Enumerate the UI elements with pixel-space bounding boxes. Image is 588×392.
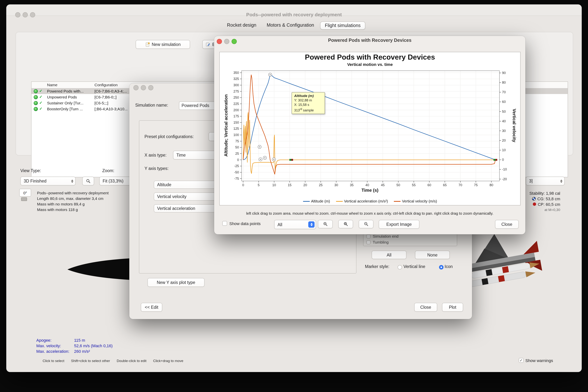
flight-config-dropdown[interactable]: 3] (526, 176, 565, 186)
rotation-spinner[interactable]: 0° (19, 189, 31, 196)
show-data-points-checkbox[interactable] (222, 221, 227, 226)
apogee-value: 115 m (74, 338, 85, 342)
statusbar-hint: Click+drag to move (153, 359, 183, 363)
y-axis-types-label: Y axis types: (145, 166, 169, 171)
legend-item: Vertical velocity (m/s) (394, 199, 437, 203)
zoom-tool-button[interactable] (82, 176, 94, 186)
svg-text:225: 225 (233, 102, 239, 106)
cg-value: CG: 53,8 cm (537, 196, 560, 201)
export-image-label: Export Image (386, 222, 412, 226)
view-type-dropdown[interactable]: 3D Finished (20, 176, 76, 186)
column-header-configuration[interactable]: Configuration (95, 82, 118, 87)
zoom-reset-button[interactable] (338, 220, 353, 228)
svg-text:125: 125 (233, 127, 239, 130)
edit-simulation-icon (206, 42, 210, 47)
zoom-out-icon (364, 222, 369, 226)
svg-text:65: 65 (443, 183, 447, 187)
svg-text:0: 0 (242, 183, 244, 187)
svg-text:40: 40 (365, 183, 369, 187)
marker-vertical-line-radio[interactable] (398, 265, 402, 270)
marker-style-label: Marker style: (365, 264, 389, 269)
svg-text:150: 150 (233, 121, 239, 124)
svg-text:80: 80 (489, 183, 493, 187)
chart-tooltip: Altitude (m) Y: 302,88 m X: 15,58 s 313r… (291, 92, 325, 114)
rotation-slider-handle[interactable] (21, 197, 27, 201)
chart-plot-area[interactable]: 0510152025303540455055606570758035032530… (220, 52, 520, 205)
svg-text:-25: -25 (234, 164, 239, 168)
svg-text:15: 15 (288, 183, 291, 187)
svg-text:0: 0 (502, 158, 504, 162)
dialog-minimize-button[interactable] (141, 85, 146, 90)
show-warnings-control[interactable]: ✓ Show warnings (519, 358, 553, 363)
tooltip-sample: 313rd sample (294, 107, 322, 112)
zoom-out-button[interactable] (359, 220, 374, 228)
tab-rocket-design[interactable]: Rocket design (222, 22, 261, 30)
svg-text:20: 20 (303, 183, 307, 187)
dialog-close-button[interactable] (133, 85, 139, 90)
flight-event-item[interactable]: Simulation end (366, 234, 399, 238)
legend-label: Vertical acceleration (m/s²) (344, 199, 388, 203)
plot-close-button[interactable]: Close (495, 220, 519, 229)
flight-event-item[interactable]: Tumbling (366, 240, 389, 244)
statusbar-hints: Click to selectShift+click to select oth… (43, 359, 183, 363)
svg-text:325: 325 (233, 77, 239, 81)
dialog-zoom-button[interactable] (148, 85, 153, 90)
config-close-button[interactable]: Close (414, 303, 437, 312)
export-image-button[interactable]: Export Image (379, 220, 419, 229)
config-plot-label: Plot (449, 305, 456, 310)
chart-panel[interactable]: Powered Pods with Recovery Devices Verti… (219, 52, 520, 206)
cp-icon (533, 202, 536, 206)
svg-text:250: 250 (233, 96, 239, 100)
cell-configuration: [C6-7;B6-0;;] (95, 95, 117, 99)
tab-motors-configuration[interactable]: Motors & Configuration (262, 22, 319, 30)
svg-text:80: 80 (502, 81, 506, 84)
svg-text:5: 5 (258, 183, 259, 187)
rocket-info-line: Mass with no motors 89,4 g (37, 201, 109, 207)
svg-text:30: 30 (502, 129, 506, 133)
zoom-reset-icon (343, 222, 348, 226)
svg-text:0: 0 (237, 158, 239, 162)
status-ok-icon: ✓ (39, 89, 43, 93)
legend-item: Altitude (m) (303, 199, 330, 203)
plot-window: Powered Pods with Recovery Devices Power… (214, 36, 525, 234)
events-filter-dropdown[interactable]: All (274, 220, 316, 229)
svg-text:25: 25 (235, 152, 239, 156)
config-plot-button[interactable]: Plot (442, 303, 463, 312)
show-data-points-label: Show data points (229, 221, 261, 226)
svg-text:-20: -20 (502, 177, 507, 181)
marker-vertical-line-label: Vertical line (404, 264, 425, 269)
show-data-points-control[interactable]: Show data points (222, 221, 261, 226)
marker-icon-radio[interactable] (439, 265, 443, 270)
stability-value: Stability: 1,98 cal (529, 191, 560, 195)
edit-back-button[interactable]: << Edit (141, 303, 162, 312)
new-y-axis-label: New Y axis plot type (157, 280, 195, 285)
cp-value: CP: 60,5 cm (538, 202, 560, 206)
events-all-button[interactable]: All (372, 250, 406, 259)
svg-text:10: 10 (502, 148, 506, 152)
zoom-in-button[interactable] (318, 220, 333, 228)
show-warnings-checkbox[interactable]: ✓ (519, 358, 523, 363)
svg-text:-75: -75 (234, 177, 239, 180)
svg-text:300: 300 (233, 83, 239, 87)
legend-label: Vertical velocity (m/s) (402, 199, 437, 203)
events-none-button[interactable]: None (415, 250, 450, 259)
max-acceleration-value: 260 m/s² (74, 349, 90, 353)
apogee-label: Apogee: (36, 338, 74, 342)
tab-flight-simulations[interactable]: Flight simulations (320, 22, 365, 30)
status-ok-icon: ✓ (39, 101, 43, 105)
flight-event-checkbox[interactable] (366, 234, 371, 238)
rocket-info-line: Pods--powered with recovery deployment (37, 190, 109, 196)
svg-text:175: 175 (233, 114, 239, 118)
flight-event-checkbox[interactable] (366, 240, 371, 244)
tooltip-x: X: 15,58 s (294, 102, 322, 107)
rotation-value: 0° (23, 190, 27, 195)
preset-label: Preset plot configurations: (145, 134, 194, 139)
svg-text:75: 75 (474, 183, 478, 187)
status-ball-icon (34, 89, 38, 94)
config-close-label: Close (420, 305, 431, 310)
chevron-updown-icon (308, 221, 315, 228)
new-y-axis-plot-type-button[interactable]: New Y axis plot type (147, 278, 204, 287)
new-simulation-button[interactable]: New simulation (136, 40, 190, 49)
column-header-name[interactable]: Name (47, 82, 58, 87)
main-tabs: Rocket design Motors & Configuration Fli… (6, 22, 582, 30)
